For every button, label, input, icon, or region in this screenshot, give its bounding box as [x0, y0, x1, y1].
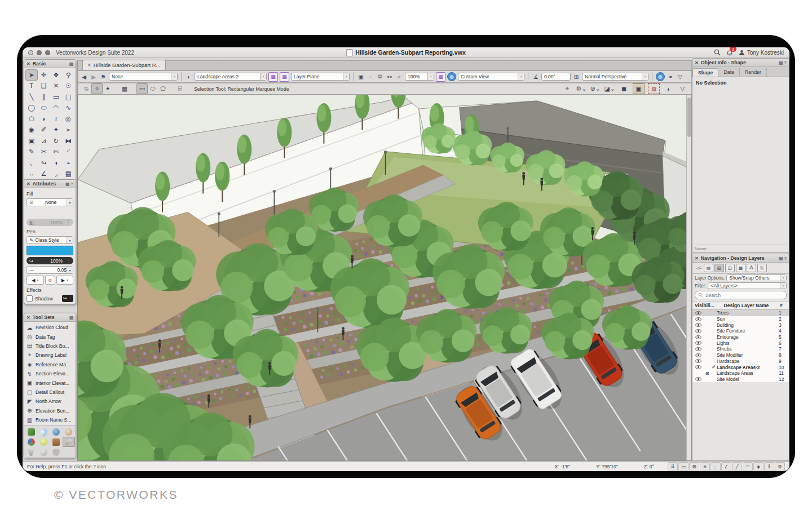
navigation-tab-icon[interactable]: ▥: [714, 264, 724, 272]
basic-tool[interactable]: ⊿: [38, 135, 50, 147]
basic-tool[interactable]: ╲: [25, 91, 38, 103]
close-palette-icon[interactable]: ✕: [27, 181, 30, 187]
snap-toggle-icon[interactable]: ∠: [721, 462, 731, 471]
mode-right-icon[interactable]: ▨: [648, 83, 660, 94]
projection-icon[interactable]: ⊞: [572, 73, 580, 81]
basic-tool[interactable]: ✄: [50, 147, 63, 158]
viewport-add-icon[interactable]: ▦: [280, 72, 289, 82]
pen-color-swatch[interactable]: [27, 246, 73, 255]
basic-tool[interactable]: ☉: [62, 81, 74, 92]
basic-tool[interactable]: ⧓: [62, 135, 74, 147]
basic-tool[interactable]: ◞: [50, 169, 63, 180]
design-layer-name[interactable]: Entourage: [717, 334, 779, 340]
basic-tool[interactable]: ≀: [50, 113, 63, 125]
search-icon[interactable]: [714, 49, 721, 56]
column-number[interactable]: #: [780, 303, 789, 308]
saved-views-icon[interactable]: ⚑: [99, 73, 107, 81]
design-layer-name[interactable]: Sun: [717, 316, 779, 322]
palette-menu-icon[interactable]: ▤: [69, 61, 73, 67]
pen-opacity-slider[interactable]: ↪ 100%: [27, 257, 73, 264]
design-layer-row[interactable]: ⊠ ✐ Landscape Areas 11: [692, 370, 789, 376]
basic-tool[interactable]: ➢: [62, 125, 74, 136]
mode-icon[interactable]: ⌸: [175, 84, 185, 94]
design-layer-name[interactable]: Landscape Areas: [717, 370, 779, 376]
basic-tool[interactable]: ∥: [38, 91, 50, 103]
tool-set-item[interactable]: ◤ North Arrow: [26, 397, 74, 406]
tool-set-category[interactable]: [50, 437, 63, 447]
visibility-eye-icon[interactable]: [692, 359, 704, 363]
visibility-eye-icon[interactable]: [692, 353, 704, 357]
object-info-header[interactable]: ✕ Object Info - Shape ▤ ?: [692, 59, 789, 67]
basic-tool[interactable]: ➤: [25, 69, 38, 81]
snap-toggle-icon[interactable]: ✕: [700, 462, 710, 471]
visibility-eye-icon[interactable]: [692, 329, 704, 333]
basic-tool[interactable]: ⚲: [62, 69, 74, 81]
basic-tool[interactable]: ∠: [38, 169, 50, 180]
basic-tool[interactable]: ❖: [50, 69, 63, 81]
rotation-angle-field[interactable]: 0.00°: [541, 73, 571, 81]
shadow-checkbox[interactable]: [27, 295, 33, 302]
visibility-eye-icon[interactable]: [692, 317, 704, 321]
design-layer-row[interactable]: ⊠ ✐ Building 3: [692, 322, 789, 328]
panel-menu-icon[interactable]: ▤ ?: [779, 60, 787, 65]
viewport-icon[interactable]: ▦: [268, 72, 278, 82]
navigation-tab-icon[interactable]: ◅≡: [695, 264, 703, 272]
angle-icon[interactable]: ∡: [532, 73, 540, 81]
tool-set-category[interactable]: [37, 427, 50, 437]
user-menu[interactable]: Tony Kostreski: [739, 50, 784, 56]
mode-icon[interactable]: ⬭: [148, 84, 158, 94]
tool-set-category[interactable]: [63, 437, 75, 447]
layer-filter-dropdown[interactable]: <All Layers>▪: [708, 282, 787, 289]
snap-toggle-icon[interactable]: ▭: [678, 462, 689, 471]
mode-right-icon[interactable]: ⊘⌄: [590, 84, 601, 94]
basic-tool[interactable]: ↬: [38, 157, 50, 169]
tool-set-category[interactable]: [37, 437, 50, 447]
palette-menu-icon[interactable]: ▤: [69, 315, 73, 320]
design-layer-name[interactable]: Site Model: [717, 376, 779, 382]
basic-tool[interactable]: ✂: [38, 147, 50, 158]
mode-right-icon[interactable]: ▽: [677, 84, 688, 94]
basic-tool[interactable]: ◗: [38, 113, 50, 125]
navigation-header[interactable]: ✕ Navigation - Design Layers ▤ ?: [692, 254, 789, 263]
basic-tool[interactable]: ⌁: [62, 157, 74, 169]
basic-tool[interactable]: ◉: [25, 125, 38, 136]
mode-icon[interactable]: ✧: [91, 83, 103, 94]
shadow-settings-button[interactable]: ↪: [62, 295, 73, 302]
tab-shape[interactable]: Shape: [692, 68, 718, 77]
navigation-tab-icon[interactable]: ▦: [736, 264, 745, 272]
basic-tool[interactable]: T: [25, 81, 38, 92]
design-layer-name[interactable]: Site Modifier: [717, 352, 779, 358]
snap-toggle-icon[interactable]: ◈: [753, 462, 764, 471]
start-marker-dropdown[interactable]: ◀▾: [27, 276, 44, 285]
design-layer-row[interactable]: ⊠ ✐ Sun 2: [692, 316, 789, 322]
pen-style-dropdown[interactable]: ✎ Class Style▾: [27, 236, 73, 244]
basic-tool[interactable]: ⬭: [38, 103, 50, 114]
multi-view-icon[interactable]: ▦: [436, 72, 445, 82]
link-view-icon[interactable]: ⚯: [386, 73, 394, 81]
design-layer-row[interactable]: ⊠ ✐ Landscape Areas-2 10: [692, 364, 789, 370]
minimize-window-button[interactable]: [37, 50, 42, 55]
visibility-eye-icon[interactable]: [692, 371, 704, 375]
mode-right-icon[interactable]: ⌖: [562, 84, 572, 94]
class-icon[interactable]: ◐: [185, 73, 193, 81]
basic-tool[interactable]: ✎: [25, 147, 38, 158]
snap-toggle-icon[interactable]: ╱: [732, 462, 742, 471]
tool-set-item[interactable]: ◎ Data Tag: [26, 332, 74, 341]
mode-icon[interactable]: ⬠: [158, 84, 168, 94]
visibility-eye-icon[interactable]: [692, 323, 704, 327]
attributes-palette-header[interactable]: ✕ Attributes ▤ ?: [24, 180, 76, 188]
close-tab-icon[interactable]: ✕: [87, 63, 91, 68]
palette-menu-icon[interactable]: ▤ ?: [65, 181, 73, 187]
tool-set-category[interactable]: [25, 437, 37, 447]
mode-right-icon[interactable]: ⚙⌄: [576, 84, 586, 94]
design-layer-row[interactable]: ⊠ ✐ Shrubs 7: [692, 346, 789, 352]
notifications-bell-icon[interactable]: 2: [726, 49, 733, 56]
design-layer-row[interactable]: ⊠ ✐ Hardscape 9: [692, 358, 789, 365]
snap-toggle-icon[interactable]: ◠: [743, 462, 753, 471]
close-panel-icon[interactable]: ✕: [695, 60, 699, 65]
snap-toggle-icon[interactable]: ⠿: [668, 462, 678, 471]
basic-tool[interactable]: ▢: [62, 91, 74, 103]
marker-link-icon[interactable]: ⊘: [45, 276, 55, 285]
active-plane-dropdown[interactable]: Layer Plane▪: [291, 73, 350, 81]
design-layer-name[interactable]: Lights: [717, 340, 779, 346]
